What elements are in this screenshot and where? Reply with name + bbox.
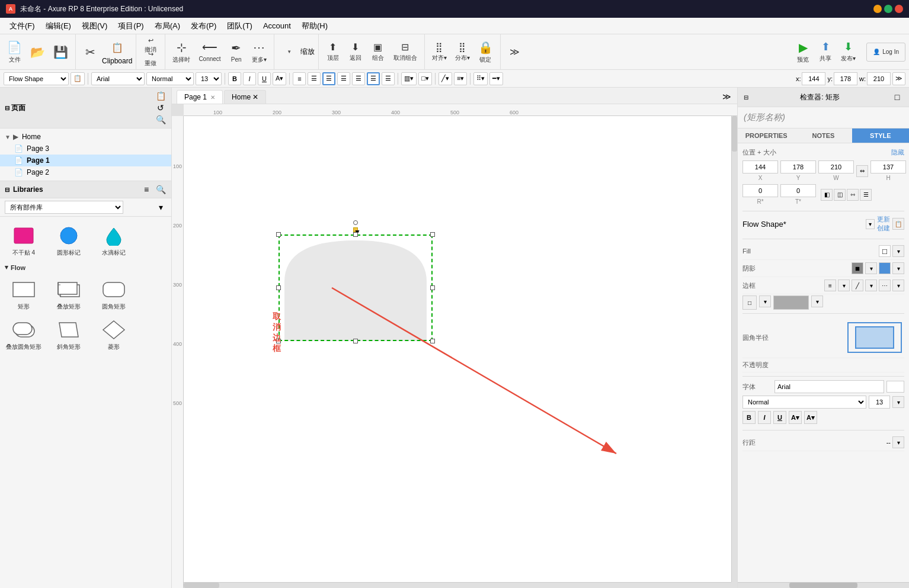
shadow-color-btn[interactable] bbox=[879, 262, 891, 274]
x-value-input[interactable] bbox=[742, 160, 778, 173]
inspector-expand-button[interactable]: □ bbox=[891, 91, 903, 103]
open-button[interactable]: 📂 bbox=[27, 37, 49, 68]
link-dimensions-button[interactable]: ⇔ bbox=[856, 165, 868, 177]
align-justify-button[interactable]: ☰ bbox=[352, 72, 365, 85]
window-controls[interactable] bbox=[873, 5, 903, 13]
menu-view[interactable]: 视图(V) bbox=[77, 18, 112, 34]
connect-button[interactable]: ⟵ Connect bbox=[195, 37, 224, 68]
font-style-select-insp[interactable]: Normal Bold Italic bbox=[742, 396, 866, 409]
preview-button[interactable]: ▶ 预览 bbox=[792, 37, 814, 68]
rotation-handle[interactable] bbox=[353, 220, 358, 225]
pen-button[interactable]: ✒ Pen bbox=[226, 37, 247, 68]
bold-btn-insp[interactable]: B bbox=[742, 411, 756, 424]
y-input[interactable] bbox=[834, 72, 857, 85]
inspector-collapse-icon[interactable]: ⊟ bbox=[744, 94, 748, 101]
align-top-icon-btn[interactable]: ☰ bbox=[860, 189, 872, 201]
save-button[interactable]: 💾 bbox=[50, 37, 72, 68]
handle-bottom-middle[interactable] bbox=[353, 339, 358, 343]
menu-account[interactable]: Account bbox=[258, 19, 296, 33]
border-width-btn[interactable] bbox=[773, 295, 809, 310]
login-button[interactable]: 👤 Log In bbox=[866, 43, 905, 62]
canvas-scroll-v[interactable] bbox=[731, 116, 737, 582]
lib-select[interactable]: 所有部件库 bbox=[5, 201, 123, 214]
minimize-button[interactable] bbox=[873, 5, 882, 13]
fill-style-btn[interactable]: □ bbox=[879, 245, 891, 257]
tab-properties[interactable]: PROPERTIES bbox=[738, 128, 795, 143]
toolbar-expand-button[interactable]: ≫ bbox=[504, 37, 526, 68]
canvas-scroll-h[interactable] bbox=[184, 582, 731, 588]
more-format-button[interactable]: ━▾ bbox=[489, 72, 503, 85]
font-name-input[interactable] bbox=[774, 380, 884, 393]
share-button[interactable]: ⬆ 共享 bbox=[815, 37, 836, 68]
right-panel-scroll[interactable] bbox=[738, 582, 909, 588]
flow-shape-dropdown[interactable]: ▾ bbox=[866, 219, 875, 229]
widget-type-select[interactable]: Flow Shape bbox=[4, 72, 69, 85]
align-button[interactable]: ⣿ 对齐▾ bbox=[428, 37, 450, 68]
font-style-select[interactable]: Normal bbox=[146, 72, 194, 85]
page-item-page1[interactable]: 📄 Page 1 bbox=[0, 155, 171, 166]
lib-shape-sticky[interactable]: 不干贴 4 bbox=[2, 221, 45, 259]
border-dd-3[interactable]: ▾ bbox=[892, 279, 904, 291]
grid-button[interactable]: ⠿▾ bbox=[473, 72, 488, 85]
yellow-handle[interactable]: ▼ bbox=[353, 227, 358, 232]
tab-style[interactable]: STYLE bbox=[852, 128, 909, 143]
align-center-icon-btn[interactable]: ◫ bbox=[834, 189, 846, 201]
y-value-input[interactable] bbox=[780, 160, 816, 173]
italic-btn-insp[interactable]: I bbox=[758, 411, 771, 424]
align-bottom-button[interactable]: ☰ bbox=[382, 72, 395, 85]
lib-menu-button[interactable]: ≡ bbox=[140, 184, 152, 195]
top-button[interactable]: ⬆ 顶层 bbox=[322, 37, 344, 68]
bold-button[interactable]: B bbox=[228, 72, 241, 85]
border-color-button[interactable]: □▾ bbox=[418, 72, 432, 85]
handle-middle-left[interactable] bbox=[276, 285, 281, 290]
r-value-input[interactable] bbox=[742, 184, 778, 197]
collapse-lib-icon[interactable]: ⊟ bbox=[5, 187, 9, 193]
menu-layout[interactable]: 布局(A) bbox=[150, 18, 185, 34]
handle-top-middle[interactable] bbox=[353, 232, 358, 237]
shadow-dd-btn[interactable]: ▾ bbox=[865, 262, 877, 274]
line-spacing-dd-btn[interactable]: ▾ bbox=[892, 436, 904, 448]
x-input[interactable] bbox=[802, 72, 825, 85]
align-middle-button[interactable]: ☰ bbox=[322, 72, 335, 85]
w-value-input[interactable] bbox=[818, 160, 854, 173]
paste-button[interactable]: 📋 bbox=[108, 39, 127, 57]
align-center-button[interactable]: ≡ bbox=[293, 72, 306, 85]
zoom-control[interactable]: ▼ bbox=[278, 37, 299, 68]
menu-project[interactable]: 项目(P) bbox=[113, 18, 148, 34]
lib-search-button[interactable]: 🔍 bbox=[155, 184, 167, 195]
lib-shape-rounded-rect[interactable]: 圆角矩形 bbox=[92, 275, 135, 313]
t-value-input[interactable] bbox=[780, 184, 816, 197]
font-family-select[interactable]: Arial bbox=[91, 72, 145, 85]
lib-shape-rect[interactable]: 矩形 bbox=[2, 275, 45, 313]
italic-button[interactable]: I bbox=[243, 72, 256, 85]
tab-home-close[interactable]: ✕ bbox=[252, 93, 258, 101]
tab-page1[interactable]: Page 1 ✕ bbox=[177, 90, 223, 104]
expand-coords-button[interactable]: ≫ bbox=[892, 72, 905, 85]
border-color-btn[interactable]: ╱ bbox=[852, 279, 863, 291]
update-link[interactable]: 更新 bbox=[877, 215, 890, 224]
font-size-select[interactable]: 13 bbox=[196, 72, 222, 85]
publish-button[interactable]: ⬇ 发布▾ bbox=[837, 37, 859, 68]
border-dd-2[interactable]: ▾ bbox=[865, 279, 877, 291]
lib-shape-diamond[interactable]: 菱形 bbox=[92, 316, 135, 354]
maximize-button[interactable] bbox=[884, 5, 892, 13]
border-style-btn1[interactable]: ≡ bbox=[824, 279, 836, 291]
ungroup-button[interactable]: ⊟ 取消组合 bbox=[390, 37, 421, 68]
page-item-home[interactable]: ▼ ▶ Home bbox=[0, 131, 171, 143]
font-size-input-insp[interactable] bbox=[869, 396, 890, 409]
lib-shape-skewed[interactable]: 斜角矩形 bbox=[47, 316, 90, 354]
tab-home[interactable]: Home ✕ bbox=[224, 90, 266, 104]
canvas-viewport[interactable]: ▼ 取消边框 bbox=[184, 116, 731, 582]
align-left-icon-btn[interactable]: ◧ bbox=[821, 189, 833, 201]
border-width-dd[interactable]: ▾ bbox=[811, 295, 823, 307]
search-pages-button[interactable]: 🔍 bbox=[155, 114, 167, 126]
fill-dd-btn[interactable]: ▾ bbox=[892, 245, 904, 257]
menu-file[interactable]: 文件(F) bbox=[5, 18, 40, 34]
close-button[interactable] bbox=[895, 5, 903, 13]
page-item-page3[interactable]: 📄 Page 3 bbox=[0, 143, 171, 155]
shape-wrapper[interactable]: ▼ bbox=[279, 234, 433, 341]
shadow-color-dd-btn[interactable]: ▾ bbox=[892, 262, 904, 274]
fill-color-button[interactable]: ▥▾ bbox=[401, 72, 417, 85]
font-color-picker-btn[interactable] bbox=[886, 381, 904, 393]
add-page-button[interactable]: 📋 bbox=[155, 90, 167, 102]
